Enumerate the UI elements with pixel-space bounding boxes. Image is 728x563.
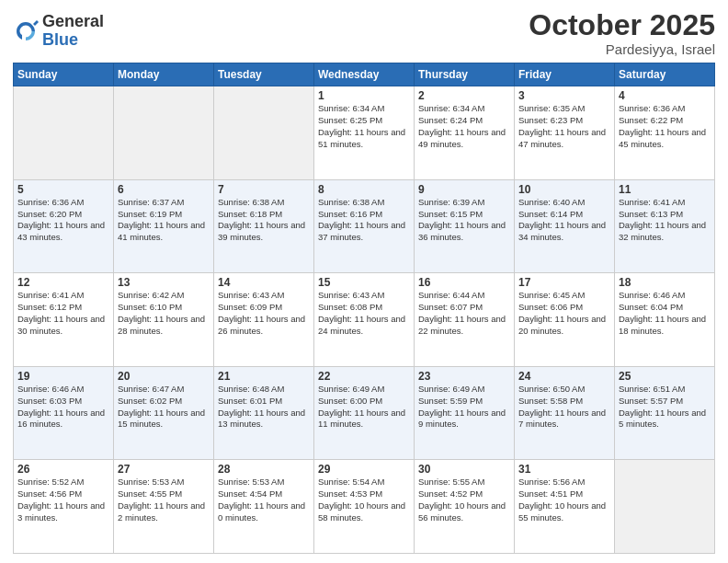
calendar-row-5: 26Sunrise: 5:52 AMSunset: 4:56 PMDayligh… <box>14 460 715 554</box>
weekday-header-friday: Friday <box>515 63 615 86</box>
day-info: Sunrise: 6:34 AMSunset: 6:25 PMDaylight:… <box>318 103 410 150</box>
day-info: Sunrise: 6:42 AMSunset: 6:10 PMDaylight:… <box>118 290 210 337</box>
day-info: Sunrise: 6:47 AMSunset: 6:02 PMDaylight:… <box>118 384 210 431</box>
day-info: Sunrise: 6:41 AMSunset: 6:12 PMDaylight:… <box>17 290 109 337</box>
day-number: 12 <box>17 276 109 289</box>
day-number: 4 <box>619 89 711 102</box>
calendar-cell: 26Sunrise: 5:52 AMSunset: 4:56 PMDayligh… <box>14 460 114 554</box>
day-info: Sunrise: 6:43 AMSunset: 6:09 PMDaylight:… <box>218 290 310 337</box>
calendar-cell: 6Sunrise: 6:37 AMSunset: 6:19 PMDaylight… <box>114 179 214 273</box>
calendar-cell: 22Sunrise: 6:49 AMSunset: 6:00 PMDayligh… <box>314 366 415 460</box>
calendar-row-3: 12Sunrise: 6:41 AMSunset: 6:12 PMDayligh… <box>14 273 715 367</box>
day-info: Sunrise: 6:49 AMSunset: 5:59 PMDaylight:… <box>418 384 510 431</box>
calendar-cell: 5Sunrise: 6:36 AMSunset: 6:20 PMDaylight… <box>14 179 114 273</box>
day-info: Sunrise: 6:44 AMSunset: 6:07 PMDaylight:… <box>418 290 510 337</box>
calendar-cell: 21Sunrise: 6:48 AMSunset: 6:01 PMDayligh… <box>214 366 314 460</box>
calendar-cell <box>615 460 715 554</box>
day-number: 11 <box>619 183 711 196</box>
calendar-cell: 4Sunrise: 6:36 AMSunset: 6:22 PMDaylight… <box>615 86 715 180</box>
calendar-table: SundayMondayTuesdayWednesdayThursdayFrid… <box>13 63 715 554</box>
calendar-cell: 8Sunrise: 6:38 AMSunset: 6:16 PMDaylight… <box>314 179 415 273</box>
day-number: 21 <box>218 370 310 383</box>
calendar-cell: 1Sunrise: 6:34 AMSunset: 6:25 PMDaylight… <box>314 86 415 180</box>
calendar-cell: 15Sunrise: 6:43 AMSunset: 6:08 PMDayligh… <box>314 273 415 367</box>
day-number: 3 <box>518 89 610 102</box>
calendar-cell: 12Sunrise: 6:41 AMSunset: 6:12 PMDayligh… <box>14 273 114 367</box>
calendar-cell: 20Sunrise: 6:47 AMSunset: 6:02 PMDayligh… <box>114 366 214 460</box>
weekday-header-sunday: Sunday <box>14 63 114 86</box>
day-number: 25 <box>619 370 711 383</box>
day-number: 6 <box>118 183 210 196</box>
day-number: 27 <box>118 463 210 476</box>
day-number: 26 <box>17 463 109 476</box>
weekday-header-wednesday: Wednesday <box>314 63 415 86</box>
calendar-cell: 30Sunrise: 5:55 AMSunset: 4:52 PMDayligh… <box>415 460 515 554</box>
day-number: 1 <box>318 89 410 102</box>
calendar-cell: 2Sunrise: 6:34 AMSunset: 6:24 PMDaylight… <box>415 86 515 180</box>
day-number: 24 <box>518 370 610 383</box>
day-number: 19 <box>17 370 109 383</box>
day-info: Sunrise: 6:41 AMSunset: 6:13 PMDaylight:… <box>619 197 711 244</box>
day-number: 16 <box>418 276 510 289</box>
day-info: Sunrise: 6:34 AMSunset: 6:24 PMDaylight:… <box>418 103 510 150</box>
weekday-header-tuesday: Tuesday <box>214 63 314 86</box>
calendar-row-2: 5Sunrise: 6:36 AMSunset: 6:20 PMDaylight… <box>14 179 715 273</box>
calendar-cell: 7Sunrise: 6:38 AMSunset: 6:18 PMDaylight… <box>214 179 314 273</box>
day-number: 13 <box>118 276 210 289</box>
calendar-cell: 13Sunrise: 6:42 AMSunset: 6:10 PMDayligh… <box>114 273 214 367</box>
logo-blue-text: Blue <box>42 31 104 50</box>
calendar-cell <box>214 86 314 180</box>
calendar-cell: 14Sunrise: 6:43 AMSunset: 6:09 PMDayligh… <box>214 273 314 367</box>
page: General Blue October 2025 Pardesiyya, Is… <box>0 0 728 563</box>
calendar-cell: 9Sunrise: 6:39 AMSunset: 6:15 PMDaylight… <box>415 179 515 273</box>
day-number: 23 <box>418 370 510 383</box>
weekday-header-thursday: Thursday <box>415 63 515 86</box>
day-number: 9 <box>418 183 510 196</box>
day-info: Sunrise: 6:36 AMSunset: 6:20 PMDaylight:… <box>17 197 109 244</box>
day-info: Sunrise: 6:38 AMSunset: 6:16 PMDaylight:… <box>318 197 410 244</box>
calendar-cell: 24Sunrise: 6:50 AMSunset: 5:58 PMDayligh… <box>515 366 615 460</box>
day-number: 5 <box>17 183 109 196</box>
calendar-cell: 23Sunrise: 6:49 AMSunset: 5:59 PMDayligh… <box>415 366 515 460</box>
day-info: Sunrise: 6:36 AMSunset: 6:22 PMDaylight:… <box>619 103 711 150</box>
day-info: Sunrise: 6:51 AMSunset: 5:57 PMDaylight:… <box>619 384 711 431</box>
calendar-cell: 10Sunrise: 6:40 AMSunset: 6:14 PMDayligh… <box>515 179 615 273</box>
day-info: Sunrise: 5:53 AMSunset: 4:55 PMDaylight:… <box>118 477 210 523</box>
header: General Blue October 2025 Pardesiyya, Is… <box>13 9 715 57</box>
calendar-cell: 17Sunrise: 6:45 AMSunset: 6:06 PMDayligh… <box>515 273 615 367</box>
logo-icon <box>13 18 39 44</box>
day-info: Sunrise: 6:39 AMSunset: 6:15 PMDaylight:… <box>418 197 510 244</box>
day-number: 14 <box>218 276 310 289</box>
calendar-cell: 19Sunrise: 6:46 AMSunset: 6:03 PMDayligh… <box>14 366 114 460</box>
calendar-cell <box>114 86 214 180</box>
day-info: Sunrise: 6:35 AMSunset: 6:23 PMDaylight:… <box>518 103 610 150</box>
day-info: Sunrise: 6:46 AMSunset: 6:03 PMDaylight:… <box>17 384 109 431</box>
calendar-cell: 25Sunrise: 6:51 AMSunset: 5:57 PMDayligh… <box>615 366 715 460</box>
weekday-header-monday: Monday <box>114 63 214 86</box>
calendar-cell: 29Sunrise: 5:54 AMSunset: 4:53 PMDayligh… <box>314 460 415 554</box>
day-info: Sunrise: 6:49 AMSunset: 6:00 PMDaylight:… <box>318 384 410 431</box>
day-info: Sunrise: 6:38 AMSunset: 6:18 PMDaylight:… <box>218 197 310 244</box>
calendar-row-4: 19Sunrise: 6:46 AMSunset: 6:03 PMDayligh… <box>14 366 715 460</box>
day-info: Sunrise: 5:52 AMSunset: 4:56 PMDaylight:… <box>17 477 109 523</box>
location: Pardesiyya, Israel <box>529 41 715 57</box>
day-number: 30 <box>418 463 510 476</box>
calendar-cell: 31Sunrise: 5:56 AMSunset: 4:51 PMDayligh… <box>515 460 615 554</box>
day-info: Sunrise: 6:50 AMSunset: 5:58 PMDaylight:… <box>518 384 610 431</box>
day-number: 10 <box>518 183 610 196</box>
calendar-cell: 16Sunrise: 6:44 AMSunset: 6:07 PMDayligh… <box>415 273 515 367</box>
weekday-header-row: SundayMondayTuesdayWednesdayThursdayFrid… <box>14 63 715 86</box>
day-info: Sunrise: 5:54 AMSunset: 4:53 PMDaylight:… <box>318 477 410 523</box>
day-number: 22 <box>318 370 410 383</box>
day-number: 28 <box>218 463 310 476</box>
logo: General Blue <box>13 13 104 50</box>
day-info: Sunrise: 5:53 AMSunset: 4:54 PMDaylight:… <box>218 477 310 523</box>
calendar-row-1: 1Sunrise: 6:34 AMSunset: 6:25 PMDaylight… <box>14 86 715 180</box>
day-info: Sunrise: 6:37 AMSunset: 6:19 PMDaylight:… <box>118 197 210 244</box>
calendar-cell: 28Sunrise: 5:53 AMSunset: 4:54 PMDayligh… <box>214 460 314 554</box>
day-number: 18 <box>619 276 711 289</box>
day-info: Sunrise: 6:48 AMSunset: 6:01 PMDaylight:… <box>218 384 310 431</box>
day-number: 2 <box>418 89 510 102</box>
day-info: Sunrise: 6:40 AMSunset: 6:14 PMDaylight:… <box>518 197 610 244</box>
day-number: 8 <box>318 183 410 196</box>
